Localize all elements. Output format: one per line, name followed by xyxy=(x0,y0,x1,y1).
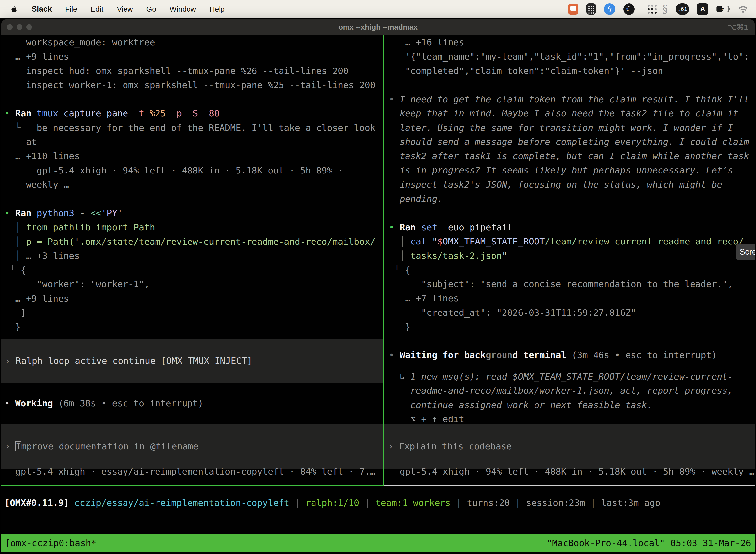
menu-window[interactable]: Window xyxy=(170,5,196,13)
right-pane-waiting-status: • Waiting for background terminal (3m 46… xyxy=(389,348,755,362)
terminal-line: │ p = Path('.omx/state/team/review-curre… xyxy=(4,234,381,249)
wifi-icon[interactable] xyxy=(737,5,749,14)
terminal-line: workspace_mode: worktree xyxy=(4,35,381,49)
left-pane-python-block: • Ran python3 - <<'PY' │ from pathlib im… xyxy=(4,206,381,334)
terminal-line: should send a message before completing … xyxy=(389,135,755,149)
menu-left: Slack File Edit View Go Window Help xyxy=(0,5,225,14)
window-titlebar[interactable]: omx --xhigh --madmax ⌥⌘1 xyxy=(1,19,755,35)
terminal-line: › Improve documentation in @filename xyxy=(5,439,198,453)
terminal-line: … +16 lines xyxy=(389,35,755,49)
terminal-line: │ cat "$OMX_TEAM_STATE_ROOT/team/review-… xyxy=(389,234,755,248)
terminal-line: ↳ 1 new msg(s): read $OMX_TEAM_STATE_ROO… xyxy=(389,369,755,384)
terminal-line: • Ran set -euo pipefail xyxy=(389,220,755,234)
apple-menu-icon[interactable] xyxy=(10,5,18,13)
terminal-line: • I need to get the claim token from the… xyxy=(389,92,755,106)
right-pane-thinking: • I need to get the claim token from the… xyxy=(389,92,755,206)
screen-share-tooltip: Scre xyxy=(736,244,755,260)
screen-share-tooltip-label: Scre xyxy=(740,247,755,257)
text-cursor: I xyxy=(16,441,21,451)
terminal-line: └ be necessary for the end of the README… xyxy=(4,121,381,135)
terminal-line: ] xyxy=(4,306,381,320)
tmux-session-name[interactable]: [omx-cczip0:bash* xyxy=(5,538,96,548)
input-source-icon[interactable]: A xyxy=(697,3,708,15)
tmux-host-clock: "MacBook-Pro-44.local" 05:03 31-Mar-26 xyxy=(547,538,751,548)
menu-file[interactable]: File xyxy=(65,5,77,13)
dots-grid-icon[interactable] xyxy=(643,8,654,10)
window-shortcut: ⌥⌘1 xyxy=(728,22,748,31)
menu-edit[interactable]: Edit xyxy=(90,5,104,13)
right-pane-mailbox-note: ↳ 1 new msg(s): read $OMX_TEAM_STATE_ROO… xyxy=(389,369,755,426)
left-pane-model-status: gpt-5.4 xhigh · essay/ai-reimplementatio… xyxy=(4,464,381,479)
terminal-line: • Waiting for background terminal (3m 46… xyxy=(389,348,755,362)
menu-app-name[interactable]: Slack xyxy=(32,5,52,14)
stats-icon[interactable]: ϟ xyxy=(604,3,615,15)
count-badge[interactable]: ..61 xyxy=(676,3,689,15)
terminal-line: later. Using the same for transition mig… xyxy=(389,121,755,135)
terminal-line: inspect_hud: omx sparkshell --tmux-pane … xyxy=(4,64,381,78)
terminal-line: │ tasks/task-2.json" xyxy=(389,249,755,263)
battery-bolt-icon: ϟ xyxy=(720,5,724,13)
terminal-line: … +110 lines xyxy=(4,149,381,163)
omx-status-line: [OMX#0.11.9] cczip/essay/ai-reimplementa… xyxy=(4,496,751,510)
left-pane-inject-box[interactable]: › Ralph loop active continue [OMX_TMUX_I… xyxy=(1,339,383,383)
terminal-line: "worker": "worker-1", xyxy=(4,277,381,291)
zoom-button[interactable] xyxy=(26,24,32,30)
terminal-line: "subject": "send a concise recommendatio… xyxy=(389,277,755,291)
privacy-shield-icon[interactable] xyxy=(586,3,596,15)
left-pane-bottom-border xyxy=(1,485,383,486)
terminal-line: gpt-5.4 xhigh · 94% left · 488K in · 5.1… xyxy=(389,464,755,479)
terminal-line: "created_at": "2026-03-31T11:59:27.816Z" xyxy=(389,306,755,320)
right-pane-cat-block: • Ran set -euo pipefail │ cat "$OMX_TEAM… xyxy=(389,220,755,334)
terminal-line: weekly … xyxy=(4,177,381,191)
terminal-line: readme-and-reco/mailbox/worker-1.json, a… xyxy=(389,384,755,398)
terminal-line: inspect_worker-1: omx sparkshell --tmux-… xyxy=(4,78,381,92)
terminal-line: … +9 lines xyxy=(4,291,381,306)
terminal-line: continue assigned work or next feasible … xyxy=(389,398,755,412)
battery-icon[interactable]: ϟ xyxy=(716,6,729,12)
right-pane-bottom-border xyxy=(384,485,755,486)
right-pane-prompt-input[interactable]: › Explain this codebase xyxy=(384,424,755,468)
terminal-line: keep that in mind. Maybe I also need the… xyxy=(389,106,755,120)
terminal-line: pending. xyxy=(389,191,755,206)
right-pane-model-status: gpt-5.4 xhigh · 94% left · 488K in · 5.1… xyxy=(389,464,755,479)
menu-go[interactable]: Go xyxy=(146,5,156,13)
terminal-body[interactable]: workspace_mode: worktree … +9 lines insp… xyxy=(1,35,755,554)
terminal-line: └ { xyxy=(389,263,755,277)
terminal-line: gpt-5.4 xhigh · essay/ai-reimplementatio… xyxy=(4,464,381,479)
terminal-line: [OMX#0.11.9] cczip/essay/ai-reimplementa… xyxy=(4,496,751,510)
terminal-line: … +9 lines xyxy=(4,49,381,63)
menu-bar: Slack File Edit View Go Window Help ϟ ☾ … xyxy=(0,0,756,18)
terminal-line: • Ran tmux capture-pane -t %25 -p -S -80 xyxy=(4,106,381,120)
close-button[interactable] xyxy=(7,24,13,30)
clip-icon[interactable]: § xyxy=(663,3,668,15)
terminal-line: › Explain this codebase xyxy=(388,439,512,453)
tmux-status-bar: [omx-cczip0:bash* "MacBook-Pro-44.local"… xyxy=(1,534,755,552)
terminal-line: is in progress? It seems likely but perh… xyxy=(389,163,755,177)
terminal-line: › Ralph loop active continue [OMX_TMUX_I… xyxy=(5,354,252,368)
moon-icon[interactable]: ☾ xyxy=(623,3,635,15)
terminal-line: … +7 lines xyxy=(389,291,755,305)
terminal-line: inspect task2's JSON, focusing on the st… xyxy=(389,177,755,191)
terminal-line: '{"team_name":"my-team","task_id":"1","f… xyxy=(389,49,755,63)
menu-status-icons: ϟ ☾ § ..61 A ϟ xyxy=(568,3,756,15)
window-title: omx --xhigh --madmax xyxy=(338,23,418,31)
menu-help[interactable]: Help xyxy=(209,5,225,13)
screen-record-indicator-icon[interactable] xyxy=(568,4,578,15)
terminal-line: gpt-5.4 xhigh · 94% left · 488K in · 5.1… xyxy=(4,163,381,177)
traffic-lights xyxy=(7,24,32,30)
menu-view[interactable]: View xyxy=(117,5,133,13)
terminal-line: • Ran python3 - <<'PY' xyxy=(4,206,381,220)
terminal-line: └ { xyxy=(4,263,381,277)
pane-divider[interactable] xyxy=(383,35,384,486)
left-pane-working-status: • Working (6m 38s • esc to interrupt) xyxy=(4,396,381,410)
right-pane-log-top: … +16 lines '{"team_name":"my-team","tas… xyxy=(389,35,755,78)
left-pane-log-top: workspace_mode: worktree … +9 lines insp… xyxy=(4,35,381,191)
left-pane-prompt-input[interactable]: › Improve documentation in @filename xyxy=(1,424,383,468)
terminal-line: │ … +3 lines xyxy=(4,249,381,263)
terminal-line: │ from pathlib import Path xyxy=(4,220,381,234)
terminal-line: "completed","claim_token":"claim-token"}… xyxy=(389,64,755,78)
minimize-button[interactable] xyxy=(17,24,22,30)
terminal-line: } xyxy=(389,320,755,334)
terminal-line: at xyxy=(4,135,381,149)
terminal-line xyxy=(4,92,381,106)
